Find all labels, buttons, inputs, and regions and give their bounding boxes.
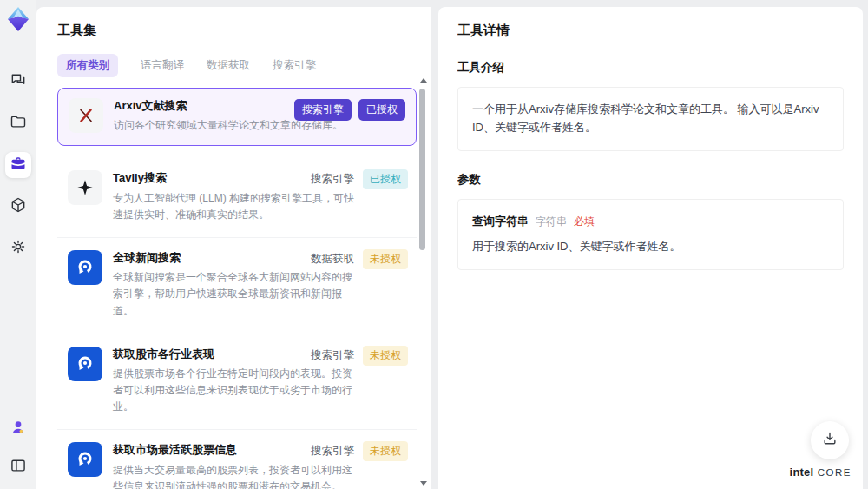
- tab-search-engine[interactable]: 搜索引擎: [273, 58, 316, 73]
- page-title: 工具集: [57, 23, 431, 39]
- category-label: 搜索引擎: [311, 172, 354, 187]
- parameter-header: 查询字符串 字符串 必填: [472, 213, 829, 231]
- tab-data-fetch[interactable]: 数据获取: [207, 58, 250, 73]
- detail-title: 工具详情: [457, 23, 844, 39]
- tool-description: 提供股票市场各个行业在特定时间段内的表现。投资者可以利用这些信息来识别表现优于或…: [113, 366, 359, 416]
- chat-icon: [10, 71, 27, 92]
- tool-item-tavily[interactable]: Tavily搜索 专为人工智能代理 (LLM) 构建的搜索引擎工具，可快速提供实…: [57, 158, 417, 238]
- tool-meta: 搜索引擎 已授权: [294, 99, 405, 121]
- parameter-description: 用于搜索的Arxiv ID、关键字或作者姓名。: [472, 238, 829, 256]
- category-label: 搜索引擎: [311, 444, 354, 459]
- parameter-card: 查询字符串 字符串 必填 用于搜索的Arxiv ID、关键字或作者姓名。: [457, 199, 844, 271]
- parameter-name: 查询字符串: [472, 213, 529, 231]
- brand-core: CORE: [818, 467, 852, 478]
- tool-meta: 搜索引擎 未授权: [311, 346, 408, 366]
- intro-heading: 工具介绍: [457, 60, 844, 76]
- list-scrollbar[interactable]: [418, 78, 427, 486]
- status-badge: 未授权: [363, 249, 408, 269]
- sidebar-item-chat[interactable]: [5, 69, 31, 95]
- sidebar-item-settings[interactable]: [5, 235, 31, 261]
- tool-item-arxiv[interactable]: Arxiv文献搜索 访问各个研究领域大量科学论文和文章的存储库。 搜索引擎 已授…: [57, 88, 417, 146]
- collapse-panel-icon[interactable]: [5, 453, 31, 479]
- arxiv-logo-icon: [69, 98, 103, 133]
- tool-meta: 数据获取 未授权: [311, 249, 408, 269]
- news-app-icon: [68, 250, 102, 285]
- tool-description: 专为人工智能代理 (LLM) 构建的搜索引擎工具，可快速提供实时、准确和真实的结…: [113, 190, 359, 223]
- tool-description: 提供当天交易量最高的股票列表，投资者可以利用这些信息来识别流动性强的股票和潜在的…: [113, 462, 359, 489]
- parameter-type: 字符串: [536, 214, 567, 230]
- tavily-star-icon: [68, 170, 102, 205]
- status-badge: 已授权: [358, 99, 405, 121]
- sidebar-item-files[interactable]: [5, 110, 31, 136]
- folder-icon: [10, 113, 27, 134]
- tab-all-categories[interactable]: 所有类别: [57, 54, 118, 77]
- user-avatar[interactable]: [5, 414, 31, 440]
- tool-list: Arxiv文献搜索 访问各个研究领域大量科学论文和文章的存储库。 搜索引擎 已授…: [57, 88, 417, 489]
- scroll-down-arrow[interactable]: [420, 481, 427, 486]
- sidebar-item-plugins[interactable]: [5, 194, 31, 220]
- tool-item-global-news[interactable]: 全球新闻搜索 全球新闻搜索是一个聚合全球各大新闻网站内容的搜索引擎，帮助用户快速…: [57, 238, 417, 334]
- intro-text: 一个用于从Arxiv存储库搜索科学论文和文章的工具。 输入可以是Arxiv ID…: [472, 102, 819, 134]
- tool-meta: 搜索引擎 未授权: [311, 441, 408, 461]
- status-badge: 已授权: [363, 169, 408, 189]
- intro-card: 一个用于从Arxiv存储库搜索科学论文和文章的工具。 输入可以是Arxiv ID…: [457, 87, 844, 151]
- category-label: 数据获取: [311, 252, 354, 267]
- cube-icon: [10, 196, 27, 217]
- tool-item-active-stocks[interactable]: 获取市场最活跃股票信息 提供当天交易量最高的股票列表，投资者可以利用这些信息来识…: [57, 430, 417, 489]
- tool-description: 全球新闻搜索是一个聚合全球各大新闻网站内容的搜索引擎，帮助用户快速获取全球最新资…: [113, 269, 359, 320]
- toolbox-icon: [10, 155, 27, 175]
- tool-meta: 搜索引擎 已授权: [311, 169, 408, 189]
- required-badge: 必填: [574, 214, 595, 230]
- tool-list-panel: 工具集 所有类别 语言翻译 数据获取 搜索引擎 Arxiv文献搜索 访问各个研究…: [36, 7, 431, 489]
- status-badge: 未授权: [363, 441, 408, 461]
- tool-detail-panel: 工具详情 工具介绍 一个用于从Arxiv存储库搜索科学论文和文章的工具。 输入可…: [438, 7, 863, 489]
- gear-icon: [10, 238, 27, 259]
- brand-intel: intel: [790, 466, 814, 479]
- tool-item-stock-sectors[interactable]: 获取股市各行业表现 提供股票市场各个行业在特定时间段内的表现。投资者可以利用这些…: [57, 334, 417, 431]
- category-label: 搜索引擎: [311, 348, 354, 363]
- category-badge: 搜索引擎: [294, 99, 352, 121]
- sidebar-rail: [0, 0, 36, 489]
- category-tabs: 所有类别 语言翻译 数据获取 搜索引擎: [57, 54, 431, 77]
- status-badge: 未授权: [363, 346, 408, 366]
- download-button[interactable]: [811, 421, 849, 459]
- scrollbar-thumb[interactable]: [419, 89, 425, 250]
- news-app-icon: [68, 442, 102, 477]
- scroll-up-arrow[interactable]: [420, 78, 427, 83]
- tab-language-translation[interactable]: 语言翻译: [141, 58, 184, 73]
- app-logo: [5, 6, 31, 32]
- news-app-icon: [68, 347, 102, 381]
- download-icon: [821, 430, 838, 451]
- intel-core-logo: intel CORE: [790, 464, 852, 479]
- params-heading: 参数: [457, 172, 844, 188]
- tool-rows: Tavily搜索 专为人工智能代理 (LLM) 构建的搜索引擎工具，可快速提供实…: [57, 158, 417, 489]
- panel-divider: [431, 0, 438, 489]
- sidebar-item-tools[interactable]: [5, 152, 31, 178]
